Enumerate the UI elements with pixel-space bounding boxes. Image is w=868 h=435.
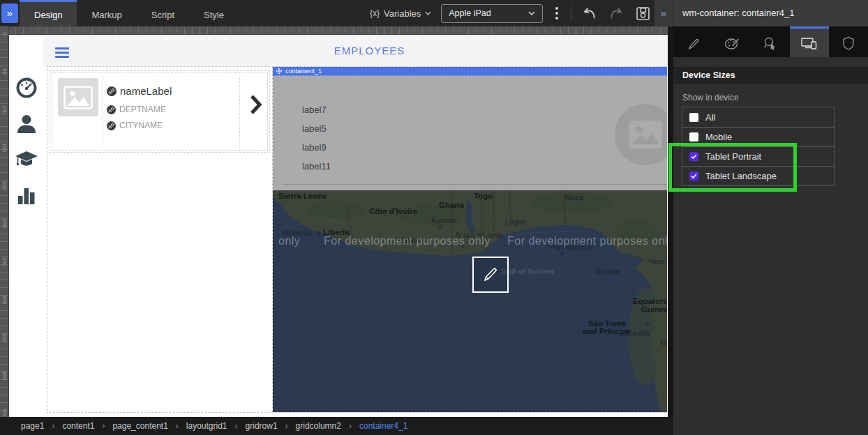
breadcrumb-item[interactable]: page_content1 [112, 421, 167, 431]
bind-link-icon [107, 105, 116, 114]
undo-icon [582, 6, 597, 20]
option-all[interactable]: All [682, 107, 834, 127]
device-options-list: All Mobile Tablet Portrait Tablet Landsc… [682, 107, 835, 186]
inspect-cursor-icon [763, 36, 778, 50]
map-label: Sierra Leone [278, 192, 327, 200]
tab-styles[interactable] [712, 26, 751, 57]
tab-device-sizes[interactable] [790, 26, 829, 57]
user-icon [15, 113, 38, 135]
map-label: Equatorial [633, 297, 667, 305]
image-placeholder [615, 104, 667, 165]
option-tablet-landscape[interactable]: Tablet Landscape [682, 166, 834, 185]
save-button[interactable] [634, 5, 651, 22]
tab-markup[interactable]: Markup [77, 0, 136, 26]
breadcrumb-separator: › [52, 421, 54, 431]
page-title[interactable]: EMPLOYEES [43, 45, 668, 56]
map-graphic [273, 190, 667, 412]
chevrons-right-icon: » [7, 7, 13, 19]
map-label: Libreville [620, 329, 650, 337]
chevrons-right-icon: » [661, 7, 666, 19]
variables-dropdown[interactable]: {x} Variables [370, 8, 431, 19]
city-marker [560, 252, 564, 256]
breadcrumb-item[interactable]: page1 [21, 421, 44, 431]
checkbox[interactable] [689, 132, 698, 142]
label-widget[interactable]: label7 [302, 105, 327, 115]
map-label: Yaou [648, 257, 665, 266]
option-mobile[interactable]: Mobile [682, 127, 834, 146]
tab-properties[interactable] [673, 26, 712, 57]
dept-label: DEPTNAME [119, 105, 166, 114]
option-label: Mobile [705, 132, 732, 142]
inspector-panel: wm-container: container4_1 Device Sizes … [673, 0, 868, 435]
undo-button[interactable] [581, 5, 598, 22]
dashboard-widget-button[interactable] [15, 77, 38, 99]
breadcrumb-item[interactable]: content1 [62, 421, 94, 431]
container-widget[interactable]: label7 label5 label9 label11 [273, 75, 667, 190]
list-item[interactable]: nameLabel DEPTNAME CITYNAME [52, 72, 268, 151]
city-marker [439, 225, 442, 229]
image-placeholder[interactable] [58, 78, 98, 116]
map-label: Gulf of Guinea [501, 267, 554, 275]
move-icon [276, 68, 282, 74]
map-edit-button[interactable] [472, 257, 509, 293]
watermark: only [278, 235, 300, 247]
design-canvas: EMPLOYEES nameLabel [43, 35, 668, 417]
panel-collapse-button[interactable]: » [1, 3, 18, 23]
tab-script[interactable]: Script [137, 0, 189, 26]
map-label: Douala [595, 267, 620, 275]
option-tablet-portrait[interactable]: Tablet Portrait [682, 146, 834, 166]
chevron-right-icon [249, 94, 262, 115]
breadcrumb-item[interactable]: gridrow1 [246, 421, 278, 431]
breadcrumb-separator: › [102, 421, 105, 431]
inspector-title: wm-container: container4_1 [673, 0, 868, 26]
tab-design[interactable]: Design [20, 0, 77, 26]
checkbox[interactable] [689, 113, 698, 122]
mode-tabs: Design Markup Script Style [20, 0, 239, 26]
grid-column-2: container4_1 label7 label5 label9 label1… [273, 67, 667, 412]
map-label: Côte d'Ivoire [369, 207, 417, 215]
city-label-widget[interactable]: CITYNAME [107, 121, 163, 130]
canvas-scroll-gutter[interactable] [668, 26, 673, 417]
checkbox[interactable] [689, 171, 698, 181]
toolbar-expand-button[interactable]: » [654, 0, 673, 26]
page-content: nameLabel DEPTNAME CITYNAME [47, 66, 666, 413]
device-select[interactable]: Apple iPad [441, 4, 543, 23]
dept-label-widget[interactable]: DEPTNAME [107, 105, 166, 114]
show-in-device-label: Show in device [682, 93, 739, 102]
mobile-navbar: EMPLOYEES [43, 35, 668, 66]
redo-icon [608, 6, 624, 20]
tab-security[interactable] [829, 26, 868, 57]
education-widget-button[interactable] [15, 148, 38, 169]
tab-style[interactable]: Style [189, 0, 239, 26]
redo-button[interactable] [608, 5, 624, 22]
device-select-value: Apple iPad [449, 8, 491, 18]
map-label: Kumasi [431, 216, 457, 224]
kebab-menu-icon[interactable] [553, 7, 561, 20]
edit-pencil-icon [481, 266, 500, 284]
shield-icon [842, 36, 855, 50]
container-divider [282, 184, 667, 185]
bind-link-icon [107, 121, 116, 130]
pencil-icon [686, 36, 700, 50]
selected-widget-tag[interactable]: container4_1 [273, 67, 667, 75]
user-widget-button[interactable] [15, 113, 38, 135]
breadcrumb-item-current[interactable]: container4_1 [359, 421, 407, 431]
top-toolbar: » Design Markup Script Style {x} Variabl… [0, 0, 673, 26]
name-label-widget[interactable]: nameLabel [107, 85, 172, 97]
label-widget[interactable]: label9 [302, 142, 327, 153]
map-widget[interactable]: Sierra Leone Côte d'Ivoire Ghana Togo Ab… [273, 190, 667, 412]
label-widget[interactable]: label5 [302, 123, 327, 134]
breadcrumb-item[interactable]: layoutgrid1 [186, 421, 227, 431]
map-label: Ghana [439, 201, 464, 209]
inspector-tabs [673, 26, 868, 57]
label-widget[interactable]: label11 [302, 161, 331, 171]
tab-events[interactable] [751, 26, 791, 57]
picture-icon [629, 121, 662, 148]
list-item-arrow[interactable] [249, 94, 262, 115]
list-widget[interactable]: nameLabel DEPTNAME CITYNAME [50, 70, 270, 153]
gauge-icon [15, 77, 38, 99]
variables-label: Variables [384, 8, 421, 19]
checkbox[interactable] [689, 152, 698, 161]
charts-widget-button[interactable] [16, 185, 37, 206]
breadcrumb-item[interactable]: gridcolumn2 [296, 421, 341, 431]
